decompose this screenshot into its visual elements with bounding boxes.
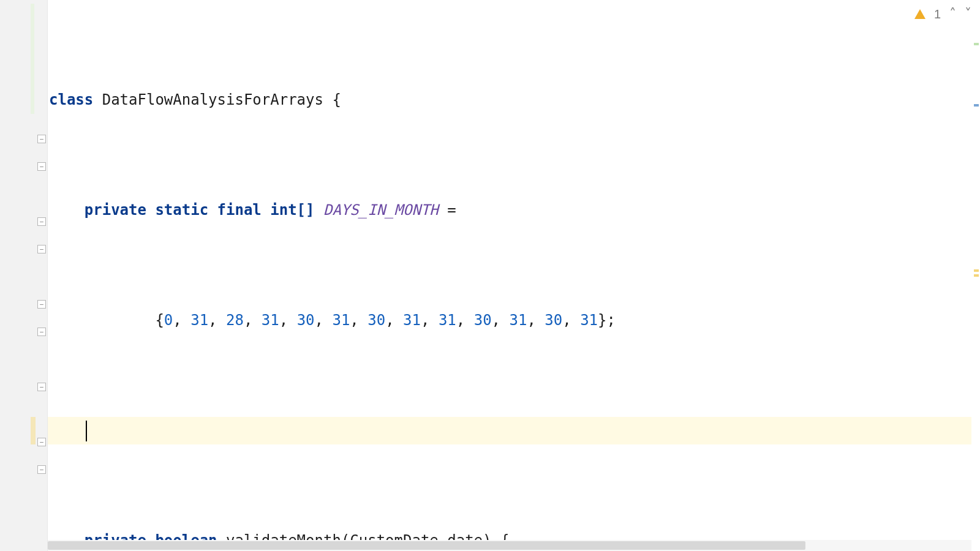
equals: = [447, 201, 456, 219]
number: 31 [510, 312, 527, 329]
prev-highlight-icon[interactable]: ˄ [949, 6, 956, 22]
number: 30 [368, 312, 385, 329]
code-editor[interactable]: class DataFlowAnalysisForArrays { privat… [0, 0, 980, 551]
code-line[interactable]: class DataFlowAnalysisForArrays { [48, 86, 980, 114]
editor-gutter[interactable] [0, 0, 48, 551]
keyword: private [85, 201, 146, 219]
vcs-change-marker [31, 4, 34, 114]
fold-toggle-icon[interactable] [37, 465, 46, 474]
fold-toggle-icon[interactable] [37, 438, 46, 446]
fold-toggle-icon[interactable] [37, 245, 46, 253]
inspections-widget[interactable]: 1 ˄ ˅ [914, 6, 971, 22]
code-line[interactable]: private static final int[] DAYS_IN_MONTH… [48, 197, 980, 224]
warning-count: 1 [934, 7, 941, 21]
fold-toggle-icon[interactable] [37, 135, 46, 143]
keyword-class: class [49, 91, 93, 108]
code-line[interactable]: {0, 31, 28, 31, 30, 31, 30, 31, 31, 30, … [48, 307, 980, 334]
horizontal-scrollbar[interactable] [48, 540, 971, 551]
number: 31 [332, 312, 350, 329]
warning-icon [914, 9, 925, 19]
number: 28 [226, 312, 244, 329]
fold-toggle-icon[interactable] [37, 328, 46, 336]
error-stripe[interactable] [971, 0, 980, 551]
number: 31 [580, 312, 598, 329]
fold-toggle-icon[interactable] [37, 162, 46, 171]
brace: }; [598, 312, 616, 329]
brace: { [332, 91, 341, 108]
number: 0 [164, 312, 173, 329]
code-content[interactable]: class DataFlowAnalysisForArrays { privat… [48, 0, 980, 551]
number: 30 [545, 312, 562, 329]
next-highlight-icon[interactable]: ˅ [965, 6, 971, 22]
number: 31 [403, 312, 421, 329]
text-caret [86, 421, 87, 441]
keyword: final [217, 201, 262, 219]
number: 30 [474, 312, 492, 329]
fold-toggle-icon[interactable] [37, 300, 46, 309]
class-name: DataFlowAnalysisForArrays [102, 91, 323, 108]
brace: { [155, 312, 164, 329]
number: 30 [297, 312, 315, 329]
stripe-marker[interactable] [974, 43, 979, 45]
stripe-marker[interactable] [974, 274, 979, 277]
stripe-marker[interactable] [974, 269, 979, 272]
number: 31 [190, 312, 208, 329]
keyword: static [155, 201, 208, 219]
number: 31 [262, 312, 279, 329]
fold-toggle-icon[interactable] [37, 217, 46, 226]
stripe-marker[interactable] [974, 104, 979, 107]
number: 31 [439, 312, 456, 329]
type: int[] [270, 201, 314, 219]
constant-name: DAYS_IN_MONTH [323, 201, 439, 219]
fold-toggle-icon[interactable] [37, 383, 46, 391]
current-line[interactable] [48, 417, 980, 444]
scrollbar-thumb[interactable] [48, 541, 805, 550]
